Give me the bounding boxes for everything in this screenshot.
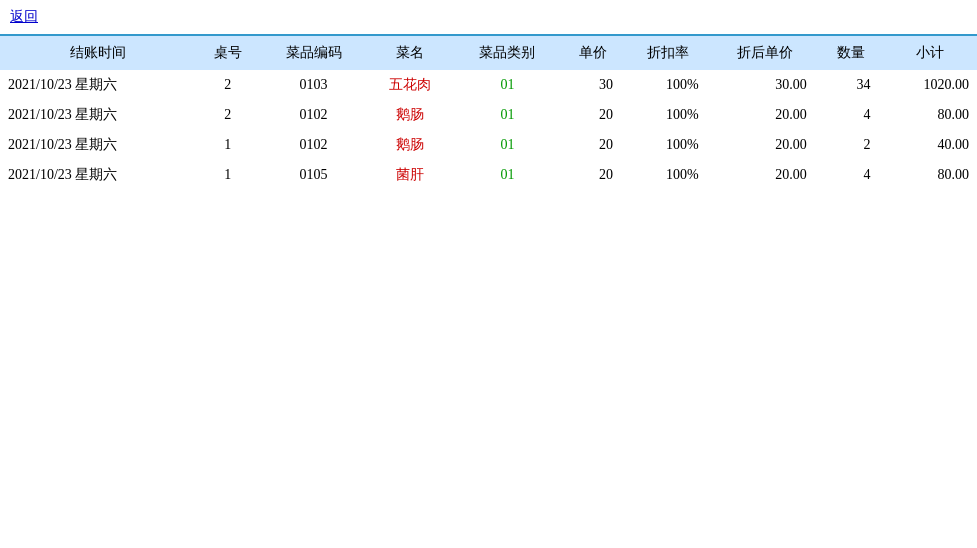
table-cell-col-subtotal: 1020.00 — [882, 70, 977, 100]
table-cell-col-category: 01 — [453, 160, 561, 190]
table-cell-col-category: 01 — [453, 70, 561, 100]
table-cell-col-table-no: 1 — [196, 160, 260, 190]
table-cell-col-table-no: 2 — [196, 100, 260, 130]
table-cell-col-code: 0103 — [259, 70, 367, 100]
table-cell-col-table-no: 1 — [196, 130, 260, 160]
col-header-category: 菜品类别 — [453, 36, 561, 70]
table-cell-col-discount: 100% — [625, 160, 711, 190]
table-header-row: 结账时间 桌号 菜品编码 菜名 菜品类别 单价 折扣率 折后单价 数量 小计 — [0, 36, 977, 70]
table-cell-col-quantity: 4 — [819, 160, 883, 190]
table-body: 2021/10/23 星期六20103五花肉0130100%30.0034102… — [0, 70, 977, 190]
table-cell-col-name: 鹅肠 — [368, 130, 454, 160]
table-cell-col-name: 菌肝 — [368, 160, 454, 190]
table-cell-col-table-no: 2 — [196, 70, 260, 100]
table-cell-col-discounted-price: 20.00 — [711, 130, 819, 160]
data-table: 结账时间 桌号 菜品编码 菜名 菜品类别 单价 折扣率 折后单价 数量 小计 2… — [0, 36, 977, 190]
table-cell-col-category: 01 — [453, 100, 561, 130]
table-cell-col-code: 0102 — [259, 100, 367, 130]
table-cell-col-name: 五花肉 — [368, 70, 454, 100]
table-cell-col-code: 0105 — [259, 160, 367, 190]
col-header-discount-rate: 折扣率 — [625, 36, 711, 70]
table-row: 2021/10/23 星期六20102鹅肠0120100%20.00480.00 — [0, 100, 977, 130]
table-cell-col-subtotal: 80.00 — [882, 160, 977, 190]
table-cell-col-quantity: 4 — [819, 100, 883, 130]
col-header-subtotal: 小计 — [882, 36, 977, 70]
table-cell-col-price: 20 — [561, 130, 625, 160]
col-header-time: 结账时间 — [0, 36, 196, 70]
col-header-table-no: 桌号 — [196, 36, 260, 70]
data-table-container: 结账时间 桌号 菜品编码 菜名 菜品类别 单价 折扣率 折后单价 数量 小计 2… — [0, 34, 977, 190]
table-cell-col-discounted-price: 20.00 — [711, 160, 819, 190]
table-cell-col-name: 鹅肠 — [368, 100, 454, 130]
table-cell-col-time: 2021/10/23 星期六 — [0, 100, 196, 130]
table-row: 2021/10/23 星期六10105菌肝0120100%20.00480.00 — [0, 160, 977, 190]
table-cell-col-subtotal: 40.00 — [882, 130, 977, 160]
table-cell-col-discounted-price: 30.00 — [711, 70, 819, 100]
table-cell-col-discount: 100% — [625, 130, 711, 160]
col-header-code: 菜品编码 — [259, 36, 367, 70]
col-header-discounted-price: 折后单价 — [711, 36, 819, 70]
col-header-name: 菜名 — [368, 36, 454, 70]
table-cell-col-price: 30 — [561, 70, 625, 100]
col-header-quantity: 数量 — [819, 36, 883, 70]
table-cell-col-discount: 100% — [625, 100, 711, 130]
table-cell-col-code: 0102 — [259, 130, 367, 160]
col-header-unit-price: 单价 — [561, 36, 625, 70]
table-cell-col-subtotal: 80.00 — [882, 100, 977, 130]
table-row: 2021/10/23 星期六10102鹅肠0120100%20.00240.00 — [0, 130, 977, 160]
table-header: 结账时间 桌号 菜品编码 菜名 菜品类别 单价 折扣率 折后单价 数量 小计 — [0, 36, 977, 70]
table-cell-col-time: 2021/10/23 星期六 — [0, 130, 196, 160]
table-cell-col-quantity: 34 — [819, 70, 883, 100]
table-cell-col-quantity: 2 — [819, 130, 883, 160]
table-cell-col-category: 01 — [453, 130, 561, 160]
table-cell-col-price: 20 — [561, 160, 625, 190]
table-cell-col-price: 20 — [561, 100, 625, 130]
table-cell-col-discount: 100% — [625, 70, 711, 100]
table-cell-col-discounted-price: 20.00 — [711, 100, 819, 130]
table-cell-col-time: 2021/10/23 星期六 — [0, 160, 196, 190]
table-cell-col-time: 2021/10/23 星期六 — [0, 70, 196, 100]
back-link[interactable]: 返回 — [10, 8, 38, 26]
table-row: 2021/10/23 星期六20103五花肉0130100%30.0034102… — [0, 70, 977, 100]
